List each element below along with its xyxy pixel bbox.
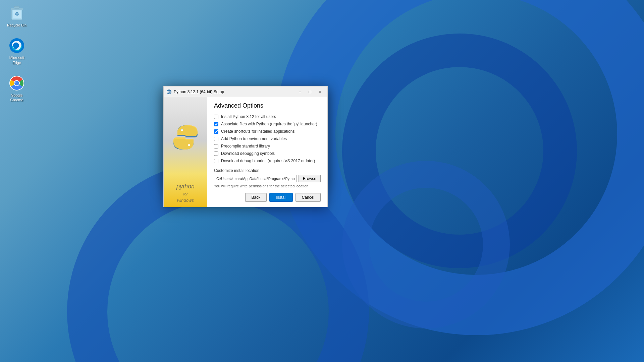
- checkbox-item-precompile: Precompile standard library: [214, 144, 321, 148]
- microsoft-edge-icon[interactable]: Microsoft Edge: [3, 36, 30, 67]
- install-button[interactable]: Install: [269, 193, 292, 202]
- desktop: ♻ Recycle Bin Microsoft Edge: [0, 0, 644, 362]
- microsoft-edge-image: [9, 38, 25, 54]
- checkbox-debug-binaries[interactable]: [214, 159, 218, 163]
- svg-point-15: [189, 144, 190, 145]
- title-bar-controls: − □ ✕: [295, 88, 325, 95]
- python-windows-label: windows: [164, 198, 207, 203]
- back-button[interactable]: Back: [245, 193, 267, 202]
- svg-rect-2: [11, 8, 23, 10]
- dialog-title: Python 3.12.1 (64-bit) Setup: [174, 89, 224, 94]
- checkbox-associate-label[interactable]: Associate files with Python (requires th…: [221, 122, 317, 126]
- close-button[interactable]: ✕: [315, 88, 325, 95]
- python-brand-text: python: [164, 183, 207, 190]
- microsoft-edge-label: Microsoft Edge: [5, 55, 29, 65]
- svg-text:♻: ♻: [15, 11, 19, 17]
- checkbox-envpath-label[interactable]: Add Python to environment variables: [221, 136, 287, 141]
- customize-label: Customize install location: [214, 168, 321, 173]
- path-input[interactable]: [214, 175, 297, 182]
- svg-text:Py: Py: [167, 90, 171, 94]
- google-chrome-icon[interactable]: Google Chrome: [3, 73, 30, 104]
- google-chrome-image: [9, 75, 25, 91]
- checkbox-item-debug-symbols: Download debugging symbols: [214, 151, 321, 156]
- checkbox-item-debug-binaries: Download debug binaries (requires VS 201…: [214, 159, 321, 163]
- python-logo: [172, 124, 199, 151]
- permissions-note: You will require write permissions for t…: [214, 184, 321, 188]
- customize-section: Customize install location Browse You wi…: [214, 168, 321, 188]
- section-title: Advanced Options: [214, 102, 321, 109]
- button-row: Back Install Cancel: [214, 193, 321, 202]
- recycle-bin-svg: ♻: [10, 6, 23, 20]
- minimize-button[interactable]: −: [295, 88, 305, 95]
- python-for-label: for: [164, 192, 207, 196]
- left-panel: python for windows: [164, 97, 207, 207]
- edge-svg: [9, 38, 24, 53]
- checkbox-associate[interactable]: [214, 122, 218, 126]
- recycle-bin-icon[interactable]: ♻ Recycle Bin: [3, 3, 30, 29]
- google-chrome-label: Google Chrome: [5, 93, 29, 103]
- svg-rect-3: [14, 6, 19, 8]
- path-row: Browse: [214, 175, 321, 182]
- dialog-body: python for windows Advanced Options Inst…: [164, 97, 327, 207]
- python-title-icon: Py: [166, 89, 172, 95]
- checkbox-debug-symbols[interactable]: [214, 152, 218, 156]
- restore-button[interactable]: □: [305, 88, 315, 95]
- checkbox-shortcuts[interactable]: [214, 129, 218, 134]
- right-panel: Advanced Options Install Python 3.12 for…: [207, 97, 327, 207]
- chrome-svg: [9, 76, 24, 90]
- checkbox-precompile[interactable]: [214, 144, 218, 148]
- checkbox-item-allusers: Install Python 3.12 for all users: [214, 114, 321, 119]
- svg-point-9: [15, 81, 16, 83]
- checkbox-debug-symbols-label[interactable]: Download debugging symbols: [221, 151, 275, 156]
- checkbox-shortcuts-label[interactable]: Create shortcuts for installed applicati…: [221, 129, 294, 134]
- browse-button[interactable]: Browse: [299, 175, 321, 182]
- recycle-bin-label: Recycle Bin: [7, 23, 26, 27]
- checkbox-item-shortcuts: Create shortcuts for installed applicati…: [214, 129, 321, 134]
- checkbox-item-envpath: Add Python to environment variables: [214, 136, 321, 141]
- dialog-window: Py Python 3.12.1 (64-bit) Setup − □ ✕: [163, 86, 328, 207]
- checkbox-group: Install Python 3.12 for all users Associ…: [214, 114, 321, 163]
- checkbox-debug-binaries-label[interactable]: Download debug binaries (requires VS 201…: [221, 159, 315, 163]
- desktop-icons: ♻ Recycle Bin Microsoft Edge: [3, 3, 30, 104]
- checkbox-allusers-label[interactable]: Install Python 3.12 for all users: [221, 114, 276, 119]
- cancel-button[interactable]: Cancel: [296, 193, 321, 202]
- svg-point-13: [181, 129, 182, 130]
- checkbox-item-associate: Associate files with Python (requires th…: [214, 122, 321, 126]
- setup-dialog: Py Python 3.12.1 (64-bit) Setup − □ ✕: [163, 86, 328, 187]
- checkbox-envpath[interactable]: [214, 137, 218, 141]
- title-bar: Py Python 3.12.1 (64-bit) Setup − □ ✕: [164, 86, 327, 97]
- title-bar-left: Py Python 3.12.1 (64-bit) Setup: [166, 89, 224, 95]
- checkbox-allusers[interactable]: [214, 115, 218, 119]
- recycle-bin-image: ♻: [9, 5, 25, 21]
- svg-point-8: [14, 81, 19, 85]
- checkbox-precompile-label[interactable]: Precompile standard library: [221, 144, 270, 148]
